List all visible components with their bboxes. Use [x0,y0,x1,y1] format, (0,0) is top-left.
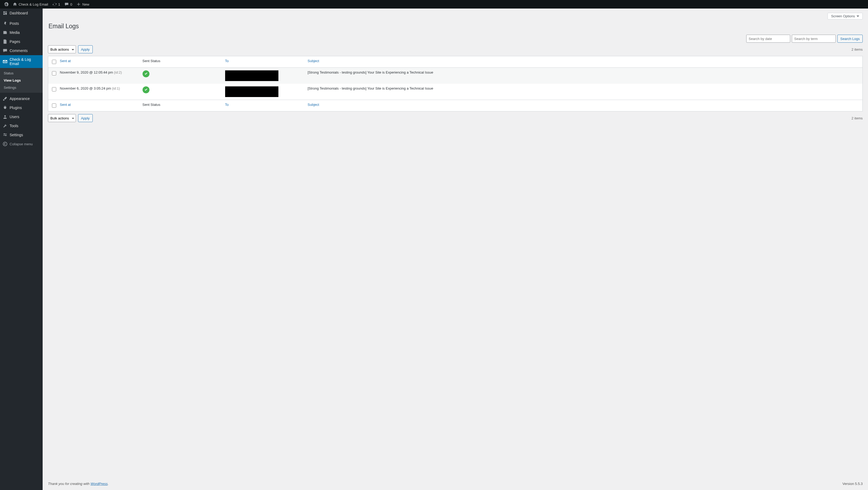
col-to-header[interactable]: To [225,59,229,63]
chevron-down-icon [857,16,859,17]
search-term-input[interactable] [792,35,836,42]
search-row: Search Logs [48,35,863,42]
row-checkbox[interactable] [52,87,56,91]
bulk-actions-select-bottom[interactable]: Bulk actions [48,114,76,122]
sidebar-item-label: Tools [9,124,19,128]
select-all-top[interactable] [52,60,56,64]
mail-icon [3,59,7,64]
tablenav-top: Bulk actions Apply 2 items [48,45,863,54]
dashboard-icon [3,11,7,16]
site-home[interactable]: Check & Log Email [11,0,50,8]
col-status-footer: Sent Status [140,100,222,111]
footer-wordpress-link[interactable]: WordPress [91,482,107,486]
cell-subject: [Strong Testimonials - testing grounds] … [305,68,863,84]
sidebar-item-label: Plugins [9,106,22,110]
apply-button-bottom[interactable]: Apply [78,114,93,122]
cell-sent-at: November 9, 2020 @ 12:05:44 pm [60,70,114,75]
sidebar-item-label: Posts [9,21,19,26]
media-icon [3,30,7,35]
sidebar-item-label: Appearance [9,96,30,101]
status-success-icon [143,86,150,93]
screen-options-button[interactable]: Screen Options [828,13,863,20]
apply-button-top[interactable]: Apply [78,45,93,53]
submenu-item-settings[interactable]: Settings [0,84,43,91]
content-area: Screen Options Email Logs Search Logs Bu… [43,0,868,490]
submenu-item-status[interactable]: Status [0,69,43,77]
table-row: November 9, 2020 @ 12:05:44 pm (id:2)[St… [48,68,863,84]
sidebar-item-tools[interactable]: Tools [0,121,43,131]
tablenav-bottom: Bulk actions Apply 2 items [48,114,863,123]
sidebar-item-media[interactable]: Media [0,28,43,37]
comment-icon [3,48,7,53]
sidebar-item-dashboard[interactable]: Dashboard [0,8,43,18]
svg-point-1 [3,142,7,146]
items-count-top: 2 items [851,48,863,52]
new-content[interactable]: New [74,0,91,8]
row-checkbox[interactable] [52,71,56,76]
search-logs-button[interactable]: Search Logs [837,35,863,42]
site-name: Check & Log Email [19,2,48,6]
footer-version: Version 5.5.3 [842,482,863,486]
sidebar-item-label: Comments [9,49,28,53]
col-sent-at-footer[interactable]: Sent at [60,103,71,107]
plus-icon [76,2,81,6]
sliders-icon [3,133,7,137]
page-title: Email Logs [49,20,863,31]
col-subject-footer[interactable]: Subject [308,103,319,107]
col-to-footer[interactable]: To [225,103,229,107]
collapse-menu[interactable]: Collapse menu [0,139,43,148]
sidebar-item-appearance[interactable]: Appearance [0,94,43,103]
items-count-bottom: 2 items [851,116,863,120]
wordpress-icon [4,2,8,6]
comments-count: 0 [70,2,72,6]
cell-to-redacted [225,86,278,97]
col-subject-header[interactable]: Subject [308,59,319,63]
search-date-input[interactable] [746,35,790,42]
collapse-icon [3,142,7,146]
bulk-actions-select-top[interactable]: Bulk actions [48,45,76,53]
comment-icon [64,2,69,6]
sidebar-item-label: Media [9,30,20,35]
plug-icon [3,105,7,110]
footer-prefix: Thank you for creating with [48,482,91,486]
brush-icon [3,96,7,101]
admin-sidebar: DashboardPostsMediaPagesCommentsCheck & … [0,8,43,490]
updates[interactable]: 1 [50,0,62,8]
page-icon [3,39,7,44]
cell-sent-at: November 6, 2020 @ 3:05:24 pm [60,86,112,90]
sidebar-item-pages[interactable]: Pages [0,37,43,46]
admin-footer: Thank you for creating with WordPress. V… [43,478,868,490]
sidebar-item-settings[interactable]: Settings [0,131,43,139]
col-sent-at-header[interactable]: Sent at [60,59,71,63]
submenu-item-view-logs[interactable]: View Logs [0,77,43,84]
sidebar-item-comments[interactable]: Comments [0,46,43,55]
sidebar-submenu: StatusView LogsSettings [0,68,43,93]
wp-logo[interactable] [2,0,11,8]
col-status-header: Sent Status [140,56,222,68]
sidebar-item-users[interactable]: Users [0,112,43,121]
comments-bubble[interactable]: 0 [62,0,74,8]
collapse-label: Collapse menu [9,142,33,146]
sidebar-item-plugins[interactable]: Plugins [0,103,43,112]
sidebar-item-posts[interactable]: Posts [0,19,43,28]
sidebar-item-label: Users [9,115,20,119]
home-icon [13,2,17,6]
updates-count: 1 [58,2,60,6]
footer-suffix: . [107,482,109,486]
table-row: November 6, 2020 @ 3:05:24 pm (id:1)[Str… [48,84,863,100]
adminbar: Check & Log Email 1 0 New [0,0,868,8]
new-label: New [82,2,89,6]
sidebar-item-label: Check & Log Email [9,57,40,66]
status-success-icon [143,70,150,77]
wrench-icon [3,123,7,128]
cell-id-tag: (id:1) [112,86,120,90]
update-icon [53,2,57,6]
sidebar-item-label: Settings [9,133,23,137]
sidebar-item-label: Pages [9,39,20,44]
select-all-bottom[interactable] [52,104,56,108]
sidebar-item-check-log-email[interactable]: Check & Log Email [0,55,43,68]
sidebar-item-label: Dashboard [9,11,28,15]
email-logs-table: Sent at Sent Status To Subject November … [48,56,863,111]
user-icon [3,114,7,119]
cell-to-redacted [225,70,278,81]
